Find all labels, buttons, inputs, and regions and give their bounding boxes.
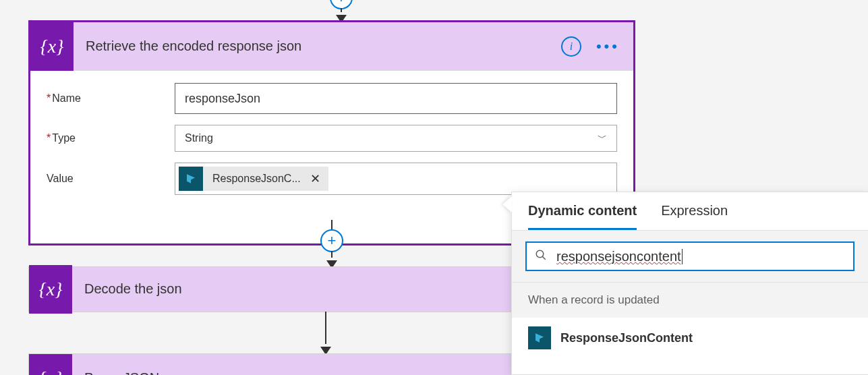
- tab-expression[interactable]: Expression: [661, 203, 728, 230]
- name-input[interactable]: [175, 83, 617, 114]
- result-section-label: When a record is updated: [512, 282, 868, 318]
- search-icon: [535, 249, 547, 264]
- svg-line-1: [542, 256, 546, 260]
- token-label: ResponseJsonC...: [203, 173, 310, 185]
- insert-step-button[interactable]: +: [320, 229, 343, 252]
- result-item[interactable]: ResponseJsonContent: [512, 318, 868, 357]
- value-input[interactable]: ResponseJsonC... ✕: [175, 163, 617, 195]
- svg-point-0: [536, 250, 544, 258]
- info-icon[interactable]: i: [561, 36, 581, 57]
- value-label: Value: [47, 173, 175, 185]
- dynamics-icon: [528, 326, 551, 349]
- chevron-down-icon: ﹀: [598, 132, 607, 144]
- dynamic-content-panel: Dynamic content Expression responsejsonc…: [511, 192, 868, 375]
- variable-icon: {x}: [29, 354, 72, 376]
- card-title: Retrieve the encoded response json: [74, 38, 561, 54]
- type-select[interactable]: String ﹀: [175, 125, 617, 152]
- search-value: responsejsoncontent: [556, 249, 683, 264]
- token-remove-icon[interactable]: ✕: [310, 171, 328, 186]
- variable-icon: {x}: [29, 265, 72, 314]
- more-menu-icon[interactable]: •••: [596, 38, 620, 55]
- name-label: *Name: [47, 92, 175, 105]
- search-input[interactable]: responsejsoncontent: [525, 241, 855, 271]
- type-select-value: String: [185, 132, 213, 144]
- tab-dynamic-content[interactable]: Dynamic content: [528, 203, 637, 230]
- variable-icon: {x}: [30, 22, 74, 71]
- type-label: *Type: [47, 132, 175, 144]
- result-label: ResponseJsonContent: [560, 331, 693, 345]
- value-token[interactable]: ResponseJsonC... ✕: [179, 167, 328, 191]
- dynamics-icon: [179, 167, 203, 191]
